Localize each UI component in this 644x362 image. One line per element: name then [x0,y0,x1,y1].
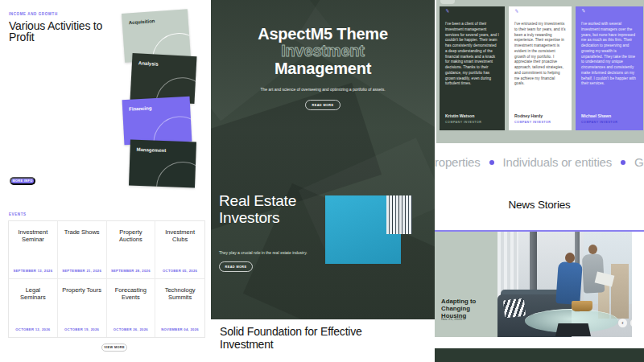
event-date: OCTOBER 26, 2026 [107,327,155,331]
testimonial-role: COMPANY INVESTOR [514,121,551,124]
striped-pillow-shape [503,298,526,319]
activity-card-financing[interactable]: Financing [122,97,192,145]
hero-column: AspectM5 Theme Investment Management The… [211,0,435,362]
event-title: Technology Summits [155,287,204,302]
event-cell[interactable]: Investment Clubs OCTOBER 05, 2026 [155,221,204,279]
news-section-title: News Stories [435,199,644,211]
activity-card-label: Financing [129,105,152,111]
event-date: SEPTEMBER 13, 2026 [9,269,57,273]
hero-background: AspectM5 Theme Investment Management The… [211,0,435,319]
event-date: SEPTEMBER 28, 2026 [107,269,155,273]
activity-card-management[interactable]: Management [129,140,196,188]
pen-icon: ✎ [581,7,638,23]
table-base-shape [555,323,591,336]
footer-bar [435,348,644,362]
event-cell[interactable]: Forecasting Events OCTOBER 26, 2026 [107,279,156,337]
pen-icon: ✎ [445,7,499,23]
hero-subtitle: The art and science of overseeing and op… [242,87,403,93]
news-story-card[interactable]: Adapting to Changing Housing Nov 21, 202… [435,232,632,337]
events-table: Investment Seminar SEPTEMBER 13, 2026 Tr… [8,220,205,338]
event-date: SEPTEMBER 21, 2026 [58,269,106,273]
event-title: Property Auctions [107,229,155,244]
building-facade-image [386,195,412,234]
event-cell[interactable]: Property Tours OCTOBER 19, 2026 [58,279,107,337]
person-head-shape [565,253,575,263]
event-title: Legal Seminars [9,287,57,302]
testimonial-quote: I've entrusted my investments to their t… [514,22,566,87]
white-gap [435,337,644,348]
foundation-section: Solid Foundation for Effective Investmen… [211,319,435,362]
testimonial-quote: I've worked with several investment mana… [581,22,638,87]
marquee-item: Individuals or entities [503,155,612,169]
news-story-text-panel: Adapting to Changing Housing Nov 21, 202… [435,232,497,337]
testimonial-role: COMPANY INVESTOR [581,121,617,124]
marquee-item: Genera [634,155,644,169]
person-head-shape [588,245,597,254]
testimonial-name: Kristin Watson [445,113,474,118]
activities-events-panel: INCOME AND GROWTH Various Activities to … [0,0,211,362]
news-story-photo: ‹ › [497,232,632,337]
marquee-strip: roperties Individuals or entities Genera [435,143,644,181]
foundation-title: Solid Foundation for Effective Investmen… [220,325,393,351]
event-title: Investment Seminar [9,229,57,244]
carousel-next-button[interactable]: › [630,319,632,327]
news-story-date: Nov 21, 2026 [441,317,462,321]
activities-title: Various Activities to Profit [9,20,122,43]
testimonials-section: ✎ I've been a client of their investment… [435,0,644,143]
event-title: Property Tours [58,287,106,294]
activity-card-label: Analysis [138,60,159,66]
event-cell[interactable]: Investment Seminar SEPTEMBER 13, 2026 [9,221,58,279]
news-section-header: News Stories [435,181,644,230]
hero-read-more-button[interactable]: READ MORE [305,100,341,110]
hero-title-line1: AspectM5 Theme [211,26,435,43]
more-info-button[interactable]: MORE INFO [10,177,35,185]
carousel-prev-button[interactable]: ‹ [618,319,627,327]
event-title: Forecasting Events [107,287,155,302]
event-cell[interactable]: Legal Seminars OCTOBER 12, 2026 [9,279,58,337]
activity-card-label: Acquisition [129,19,155,25]
real-estate-read-more-button[interactable]: READ MORE [219,261,253,272]
testimonial-card[interactable]: ✎ I've worked with several investment ma… [576,6,643,130]
view-more-button[interactable]: VIEW MORE [101,343,127,352]
pen-icon: ✎ [514,7,566,22]
event-date: NOVEMBER 04, 2026 [155,327,204,331]
prev-arrow-icon: ‹ [621,320,623,326]
testimonial-quote: I've been a client of their investment m… [445,22,499,87]
marquee-item: roperties [435,155,481,169]
event-cell[interactable]: Trade Shows SEPTEMBER 21, 2026 [58,221,107,279]
hero-title: AspectM5 Theme Investment Management [211,26,435,77]
basket-shape [572,301,592,311]
real-estate-title: Real Estate Investors [219,193,316,226]
bullet-dot-icon [621,160,625,165]
bullet-dot-icon [489,160,494,165]
testimonial-role: COMPANY INVESTOR [445,121,481,124]
testimonial-card[interactable]: ✎ I've been a client of their investment… [440,6,505,130]
person-blue-blazer-shape [555,261,583,305]
event-date: OCTOBER 05, 2026 [155,269,204,273]
testimonial-card[interactable]: ✎ I've entrusted my investments to their… [509,6,572,130]
hero-title-line3: Management [211,60,435,77]
city-building-shape [611,264,629,319]
event-title: Investment Clubs [155,229,204,244]
events-eyebrow: EVENTS [9,212,27,216]
activity-card-label: Management [136,147,166,153]
testimonial-name: Rodney Hardy [514,113,543,118]
cropped-pill-shape [440,0,455,4]
testimonial-name: Michael Shawn [581,113,611,118]
event-cell[interactable]: Property Auctions SEPTEMBER 28, 2026 [107,221,156,279]
right-column: ✎ I've been a client of their investment… [435,0,644,362]
left-eyebrow: INCOME AND GROWTH [9,12,58,16]
event-title: Trade Shows [58,229,106,237]
hero-title-line2-outlined: Investment [211,43,435,60]
event-date: OCTOBER 19, 2026 [58,327,106,331]
event-cell[interactable]: Technology Summits NOVEMBER 04, 2026 [155,279,204,337]
event-date: OCTOBER 12, 2026 [9,327,57,331]
